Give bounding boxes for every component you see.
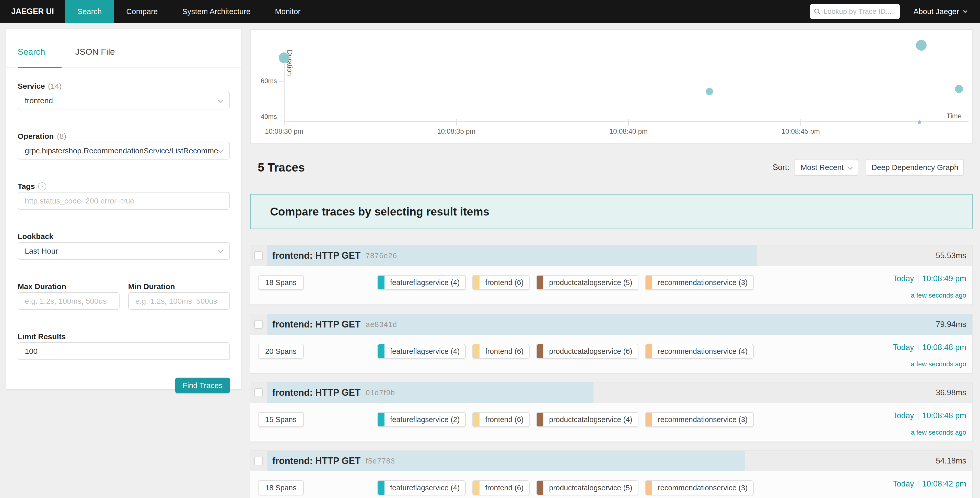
nav-item-monitor[interactable]: Monitor [262,0,313,23]
operation-select[interactable]: grpc.hipstershop.RecommendationService/L… [18,142,230,160]
trace-id: 01d7f9b [366,389,395,397]
trace-scatter-point[interactable] [706,88,713,95]
service-chip-productcatalogservice[interactable]: productcatalogservice (4) [536,412,638,427]
service-group: Service (14) frontend [18,81,230,109]
service-chip-recommendationservice[interactable]: recommendationservice (4) [645,344,754,359]
service-chip-featureflagservice[interactable]: featureflagservice (2) [377,412,466,427]
trace-timestamp-block: Today|10:08:42 pma few seconds ago [893,479,966,498]
service-chip-label: productcatalogservice (5) [543,276,638,289]
service-color-swatch [537,481,543,495]
trace-duration: 55.53ms [936,251,966,260]
service-chip-label: featureflagservice (2) [385,413,465,426]
trace-card-header[interactable]: frontend: HTTP GET7876e2655.53ms [250,246,972,266]
nav-item-search[interactable]: Search [65,0,114,23]
trace-scatter-point[interactable] [918,120,921,124]
trace-scatter-point[interactable] [955,85,963,93]
help-question-icon[interactable]: ? [38,182,46,190]
limit-results-label: Limit Results [18,332,230,341]
tags-input[interactable] [18,192,230,210]
trace-title: frontend: HTTP GET [272,387,361,398]
chevron-down-icon [848,164,853,170]
results-header: 5 Traces Sort: Most Recent Deep Dependen… [250,156,973,179]
service-chip-label: recommendationservice (3) [652,413,753,426]
limit-results-input[interactable] [18,342,230,360]
trace-date[interactable]: Today [893,411,914,420]
trace-timestamp-block: Today|10:08:48 pma few seconds ago [893,411,966,436]
trace-date[interactable]: Today [893,343,914,352]
y-axis-tick-label: 40ms [251,113,277,121]
trace-scatter-point[interactable] [916,40,927,51]
trace-date[interactable]: Today [893,479,914,488]
tab-search[interactable]: Search [18,47,45,57]
trace-card-header[interactable]: frontend: HTTP GETae8341d79.94ms [250,314,972,335]
trace-card-header[interactable]: frontend: HTTP GET01d7f9b36.98ms [250,383,972,403]
max-duration-input[interactable] [18,292,119,310]
service-chip-label: recommendationservice (3) [652,276,753,289]
trace-card-body: 18 Spansfeatureflagservice (4)frontend (… [250,266,972,305]
service-color-swatch [537,413,543,426]
sort-select-value: Most Recent [801,163,843,172]
min-duration-input[interactable] [128,292,230,310]
service-select[interactable]: frontend [18,92,230,109]
tags-label: Tags ? [18,182,230,191]
service-chip-productcatalogservice[interactable]: productcatalogservice (5) [536,480,638,495]
active-tab-indicator [18,67,62,68]
service-chip-recommendationservice[interactable]: recommendationservice (3) [645,480,754,495]
trace-time[interactable]: 10:08:48 pm [922,411,966,420]
trace-compare-checkbox[interactable] [254,456,263,465]
service-chips: featureflagservice (4)frontend (6)produc… [377,344,754,359]
service-chip-frontend[interactable]: frontend (6) [473,275,530,290]
trace-title-row[interactable]: frontend: HTTP GETf5e778354.18ms [267,451,972,471]
nav-item-system-architecture[interactable]: System Architecture [170,0,263,23]
trace-time[interactable]: 10:08:49 pm [922,274,966,283]
trace-compare-checkbox[interactable] [254,320,263,329]
trace-time[interactable]: 10:08:48 pm [922,343,966,352]
trace-duration: 54.18ms [936,456,966,466]
trace-checkbox-cell [250,451,267,471]
service-chip-productcatalogservice[interactable]: productcatalogservice (6) [536,344,638,359]
service-chip-frontend[interactable]: frontend (6) [473,480,530,495]
trace-title-row[interactable]: frontend: HTTP GETae8341d79.94ms [267,314,972,335]
trace-title-row[interactable]: frontend: HTTP GET7876e2655.53ms [267,246,972,266]
service-chip-featureflagservice[interactable]: featureflagservice (4) [377,480,466,495]
service-chip-label: frontend (6) [479,481,529,495]
service-chip-recommendationservice[interactable]: recommendationservice (3) [645,412,754,427]
y-axis-tickmark [279,81,284,81]
service-chip-frontend[interactable]: frontend (6) [473,412,530,427]
service-chip-frontend[interactable]: frontend (6) [473,344,530,359]
trace-compare-checkbox[interactable] [254,251,263,260]
sort-label: Sort: [773,163,789,172]
trace-compare-checkbox[interactable] [254,388,263,397]
span-count-chip: 20 Spans [258,344,304,359]
service-chip-featureflagservice[interactable]: featureflagservice (4) [377,344,466,359]
compare-banner-text: Compare traces by selecting result items [270,205,489,218]
deep-dependency-graph-button[interactable]: Deep Dependency Graph [866,159,964,176]
trace-lookup-input[interactable] [824,7,896,16]
trace-card: frontend: HTTP GET7876e2655.53ms18 Spans… [250,245,973,305]
service-chip-productcatalogservice[interactable]: productcatalogservice (5) [536,275,638,290]
nav-items: SearchCompareSystem ArchitectureMonitor [65,0,313,23]
max-duration-group: Max Duration [18,282,119,310]
trace-date[interactable]: Today [893,274,914,283]
trace-card-header[interactable]: frontend: HTTP GETf5e778354.18ms [250,451,972,471]
about-jaeger-menu[interactable]: About Jaeger [913,7,967,16]
find-traces-button[interactable]: Find Traces [175,378,230,393]
timestamp-separator: | [914,343,922,352]
tab-json-file[interactable]: JSON File [75,47,115,57]
service-color-swatch [378,413,385,426]
trace-title-row[interactable]: frontend: HTTP GET01d7f9b36.98ms [267,383,972,403]
search-form: Service (14) frontend Operation (8) grpc… [6,81,241,393]
trace-scatter-point[interactable] [279,53,290,63]
sort-select[interactable]: Most Recent [794,159,858,176]
sidebar-tabs: Search JSON File [6,36,241,68]
service-chip-recommendationservice[interactable]: recommendationservice (3) [645,275,754,290]
chevron-down-icon [218,97,223,103]
nav-item-compare[interactable]: Compare [114,0,170,23]
lookback-select[interactable]: Last Hour [18,242,230,260]
brand-logo[interactable]: JAEGER UI [0,7,65,16]
trace-card-body: 18 Spansfeatureflagservice (4)frontend (… [250,471,972,498]
service-color-swatch [378,481,385,495]
service-chip-featureflagservice[interactable]: featureflagservice (4) [377,275,466,290]
trace-card-body: 15 Spansfeatureflagservice (2)frontend (… [250,403,972,442]
trace-time[interactable]: 10:08:42 pm [922,479,966,488]
